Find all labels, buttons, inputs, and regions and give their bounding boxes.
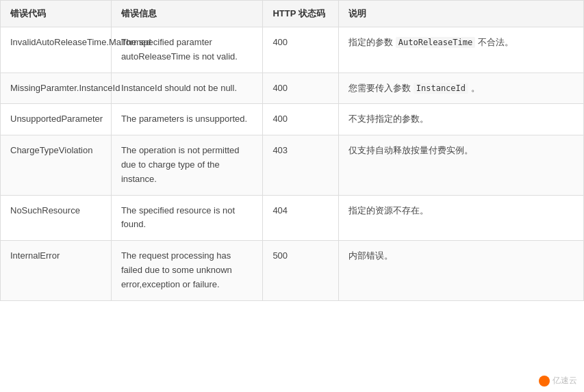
description-cell: 您需要传入参数 InstanceId 。 [339, 73, 584, 104]
error-code-cell: MissingParamter.InstanceId [1, 73, 112, 104]
error-message-cell: The specified paramter autoReleaseTime i… [111, 27, 263, 73]
http-code-cell: 400 [263, 104, 339, 135]
col-header-code: 错误代码 [1, 1, 112, 27]
error-code-cell: UnsupportedParameter [1, 104, 112, 135]
inline-code: InstanceId [414, 83, 468, 94]
error-code-cell: ChargeTypeViolation [1, 135, 112, 195]
error-table: 错误代码 错误信息 HTTP 状态码 说明 InvalidAutoRelease… [0, 0, 584, 301]
description-cell: 不支持指定的参数。 [339, 104, 584, 135]
table-row: InvalidAutoReleaseTime.MalformedThe spec… [1, 27, 584, 73]
col-header-desc: 说明 [339, 1, 584, 27]
description-cell: 指定的资源不存在。 [339, 195, 584, 241]
http-code-cell: 400 [263, 27, 339, 73]
http-code-cell: 500 [263, 241, 339, 300]
error-message-cell: The specified resource is not found. [111, 195, 263, 241]
error-message-cell: The operation is not permitted due to ch… [111, 135, 263, 195]
error-code-cell: NoSuchResource [1, 195, 112, 241]
table-row: UnsupportedParameterThe parameters is un… [1, 104, 584, 135]
table-row: InternalErrorThe request processing has … [1, 241, 584, 300]
error-message-cell: The parameters is unsupported. [111, 104, 263, 135]
table-row: MissingParamter.InstanceIdInstanceId sho… [1, 73, 584, 104]
error-message-cell: InstanceId should not be null. [111, 73, 263, 104]
watermark: 亿速云 [539, 375, 577, 387]
table-row: NoSuchResourceThe specified resource is … [1, 195, 584, 241]
http-code-cell: 403 [263, 135, 339, 195]
http-code-cell: 400 [263, 73, 339, 104]
error-code-cell: InvalidAutoReleaseTime.Malformed [1, 27, 112, 73]
description-cell: 仅支持自动释放按量付费实例。 [339, 135, 584, 195]
inline-code: AutoReleaseTime [396, 37, 475, 48]
table-header-row: 错误代码 错误信息 HTTP 状态码 说明 [1, 1, 584, 27]
page-container: 错误代码 错误信息 HTTP 状态码 说明 InvalidAutoRelease… [0, 0, 584, 392]
description-cell: 指定的参数 AutoReleaseTime 不合法。 [339, 27, 584, 73]
error-message-cell: The request processing has failed due to… [111, 241, 263, 300]
brand-icon [539, 376, 550, 387]
http-code-cell: 404 [263, 195, 339, 241]
table-row: ChargeTypeViolationThe operation is not … [1, 135, 584, 195]
col-header-message: 错误信息 [111, 1, 263, 27]
watermark-text: 亿速云 [553, 375, 577, 387]
error-code-cell: InternalError [1, 241, 112, 300]
col-header-http: HTTP 状态码 [263, 1, 339, 27]
description-cell: 内部错误。 [339, 241, 584, 300]
